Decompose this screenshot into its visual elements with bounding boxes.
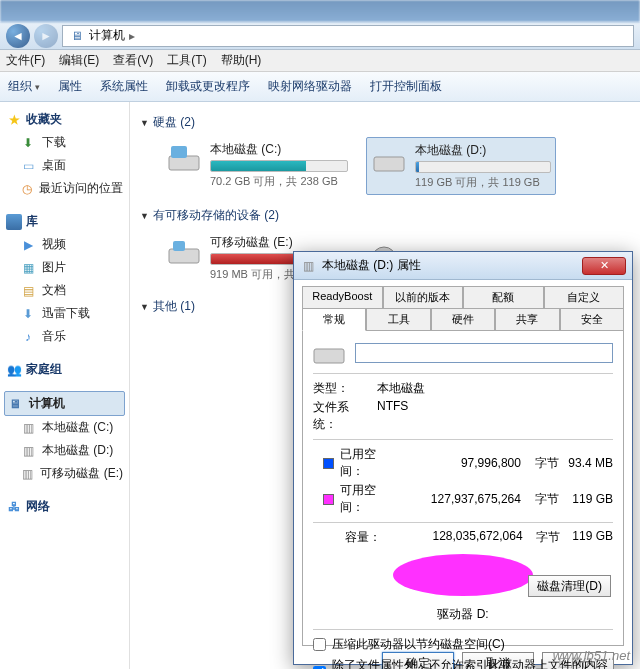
- fs-value: NTFS: [377, 399, 408, 433]
- desktop-icon: ▭: [20, 158, 36, 174]
- svg-rect-4: [173, 241, 185, 251]
- toolbar-sysprops[interactable]: 系统属性: [100, 78, 148, 95]
- sidebar-item-pictures[interactable]: ▦图片: [4, 256, 125, 279]
- disk-cleanup-button[interactable]: 磁盘清理(D): [528, 575, 611, 597]
- collapse-icon: ▼: [140, 302, 149, 312]
- xunlei-icon: ⬇: [20, 306, 36, 322]
- hdd-icon: [313, 341, 345, 365]
- compress-checkbox[interactable]: [313, 638, 326, 651]
- sidebar-item-videos[interactable]: ▶视频: [4, 233, 125, 256]
- collapse-icon: ▼: [140, 118, 149, 128]
- sidebar-item-recent[interactable]: ◷最近访问的位置: [4, 177, 125, 200]
- tab-row-top: ReadyBoost 以前的版本 配额 自定义: [302, 286, 624, 308]
- sidebar-item-drive-e[interactable]: ▥可移动磁盘 (E:): [4, 462, 125, 485]
- tab-customize[interactable]: 自定义: [544, 286, 625, 308]
- drive-label-input[interactable]: [355, 343, 613, 363]
- tab-quota[interactable]: 配额: [463, 286, 544, 308]
- network-icon: 🖧: [6, 499, 22, 515]
- sidebar-libraries-header[interactable]: 库: [4, 210, 125, 233]
- cap-unit: 字节: [529, 529, 561, 546]
- menu-file[interactable]: 文件(F): [6, 52, 45, 69]
- fs-key: 文件系统：: [313, 399, 369, 433]
- properties-dialog: ▥ 本地磁盘 (D:) 属性 ✕ ReadyBoost 以前的版本 配额 自定义…: [293, 251, 633, 665]
- picture-icon: ▦: [20, 260, 36, 276]
- watermark: www.jb51.net: [553, 648, 630, 663]
- free-human: 119 GB: [565, 492, 613, 506]
- tab-general[interactable]: 常规: [302, 308, 366, 331]
- sidebar: ★收藏夹 ⬇下载 ▭桌面 ◷最近访问的位置 库 ▶视频 ▦图片 ▤文档 ⬇迅雷下…: [0, 102, 130, 669]
- toolbar-mapnet[interactable]: 映射网络驱动器: [268, 78, 352, 95]
- menu-tools[interactable]: 工具(T): [167, 52, 206, 69]
- category-hdd[interactable]: ▼硬盘 (2): [140, 114, 630, 131]
- sidebar-favorites-header[interactable]: ★收藏夹: [4, 108, 125, 131]
- tab-row-bottom: 常规 工具 硬件 共享 安全: [302, 308, 624, 331]
- sidebar-computer-header[interactable]: 🖥计算机: [4, 391, 125, 416]
- drive-name: 本地磁盘 (D:): [415, 142, 551, 159]
- computer-icon: 🖥: [7, 396, 23, 412]
- tab-hardware[interactable]: 硬件: [431, 308, 495, 331]
- breadcrumb-location: 计算机: [89, 27, 125, 44]
- drive-text: 70.2 GB 可用，共 238 GB: [210, 174, 348, 189]
- hdd-icon: [371, 142, 407, 178]
- drive-name: 可移动磁盘 (E:): [210, 234, 348, 251]
- free-label: 可用空间：: [340, 482, 391, 516]
- tab-sharing[interactable]: 共享: [495, 308, 559, 331]
- sidebar-homegroup-header[interactable]: 👥家庭组: [4, 358, 125, 381]
- category-removable[interactable]: ▼有可移动存储的设备 (2): [140, 207, 630, 224]
- sidebar-item-drive-c[interactable]: ▥本地磁盘 (C:): [4, 416, 125, 439]
- library-icon: [6, 214, 22, 230]
- svg-rect-3: [169, 249, 199, 263]
- drive-c[interactable]: 本地磁盘 (C:) 70.2 GB 可用，共 238 GB: [162, 137, 352, 195]
- menu-edit[interactable]: 编辑(E): [59, 52, 99, 69]
- tab-previous-versions[interactable]: 以前的版本: [383, 286, 464, 308]
- sidebar-network-header[interactable]: 🖧网络: [4, 495, 125, 518]
- download-icon: ⬇: [20, 135, 36, 151]
- type-value: 本地磁盘: [377, 380, 425, 397]
- star-icon: ★: [6, 112, 22, 128]
- toolbar: 组织 属性 系统属性 卸载或更改程序 映射网络驱动器 打开控制面板: [0, 72, 640, 102]
- dialog-titlebar[interactable]: ▥ 本地磁盘 (D:) 属性 ✕: [294, 252, 632, 280]
- cap-label: 容量：: [345, 529, 395, 546]
- toolbar-controlpanel[interactable]: 打开控制面板: [370, 78, 442, 95]
- tab-readyboost[interactable]: ReadyBoost: [302, 286, 383, 308]
- sidebar-item-drive-d[interactable]: ▥本地磁盘 (D:): [4, 439, 125, 462]
- sidebar-item-desktop[interactable]: ▭桌面: [4, 154, 125, 177]
- sidebar-item-documents[interactable]: ▤文档: [4, 279, 125, 302]
- cap-human: 119 GB: [566, 529, 613, 546]
- hdd-icon: [166, 141, 202, 177]
- hdd-icon: ▥: [20, 420, 36, 436]
- sidebar-item-xunlei[interactable]: ⬇迅雷下载: [4, 302, 125, 325]
- hdd-icon: ▥: [300, 258, 316, 274]
- tab-panel-general: 类型：本地磁盘 文件系统：NTFS 已用空间： 97,996,800 字节 93…: [302, 330, 624, 646]
- drive-d[interactable]: 本地磁盘 (D:) 119 GB 可用，共 119 GB: [366, 137, 556, 195]
- breadcrumb[interactable]: 🖥 计算机 ▸: [62, 25, 634, 47]
- used-bytes: 97,996,800: [397, 456, 521, 470]
- toolbar-uninstall[interactable]: 卸载或更改程序: [166, 78, 250, 95]
- close-button[interactable]: ✕: [582, 257, 626, 275]
- music-icon: ♪: [20, 329, 36, 345]
- type-key: 类型：: [313, 380, 369, 397]
- removable-icon: [166, 234, 202, 270]
- pie-label: 驱动器 D:: [313, 606, 613, 623]
- sidebar-item-music[interactable]: ♪音乐: [4, 325, 125, 348]
- usage-bar: [415, 161, 551, 173]
- tab-tools[interactable]: 工具: [366, 308, 430, 331]
- free-unit: 字节: [527, 491, 559, 508]
- collapse-icon: ▼: [140, 211, 149, 221]
- menu-help[interactable]: 帮助(H): [221, 52, 262, 69]
- svg-rect-0: [169, 156, 199, 170]
- menu-view[interactable]: 查看(V): [113, 52, 153, 69]
- nav-back-button[interactable]: ◄: [6, 24, 30, 48]
- drive-name: 本地磁盘 (C:): [210, 141, 348, 158]
- breadcrumb-sep: ▸: [129, 29, 135, 43]
- toolbar-properties[interactable]: 属性: [58, 78, 82, 95]
- usage-pie-chart: [393, 554, 533, 604]
- toolbar-organize[interactable]: 组织: [8, 78, 40, 95]
- svg-rect-1: [171, 146, 187, 158]
- hdd-icon: ▥: [20, 443, 36, 459]
- tab-security[interactable]: 安全: [560, 308, 624, 331]
- sidebar-item-downloads[interactable]: ⬇下载: [4, 131, 125, 154]
- nav-forward-button[interactable]: ►: [34, 24, 58, 48]
- recent-icon: ◷: [20, 181, 33, 197]
- free-bytes: 127,937,675,264: [397, 492, 521, 506]
